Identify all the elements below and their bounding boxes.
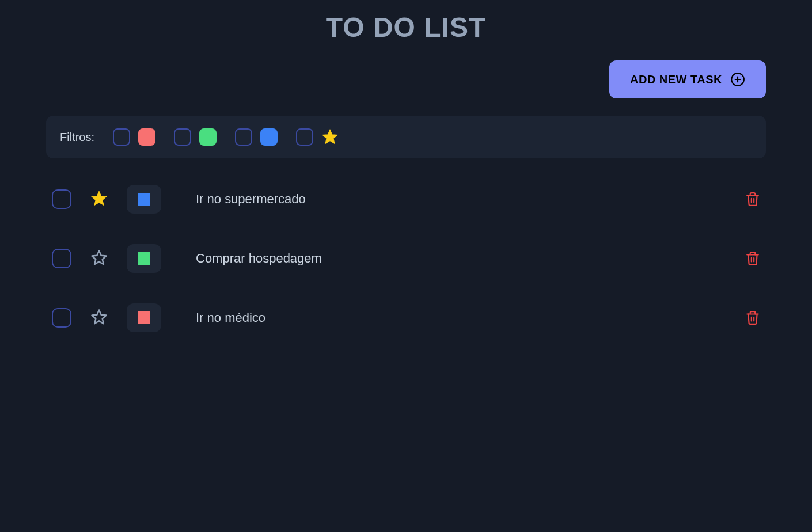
color-swatch-red-icon	[138, 128, 155, 146]
delete-task-button[interactable]	[745, 192, 760, 207]
plus-circle-icon	[730, 72, 745, 87]
task-done-checkbox[interactable]	[52, 308, 71, 328]
filter-green	[174, 128, 217, 146]
task-text: Comprar hospedagem	[196, 251, 745, 266]
color-swatch-red-icon	[138, 311, 150, 324]
actions-bar: ADD NEW TASK	[46, 60, 766, 98]
task-color-box	[127, 244, 161, 273]
filters-label: Filtros:	[60, 131, 94, 144]
task-star-button[interactable]	[90, 309, 108, 328]
task-color-box	[127, 185, 161, 214]
star-filled-icon	[90, 190, 108, 207]
task-row: Ir no supermercado	[46, 170, 766, 229]
task-done-checkbox[interactable]	[52, 249, 71, 268]
trash-icon	[745, 192, 760, 207]
filters-bar: Filtros:	[46, 116, 766, 158]
add-task-label: ADD NEW TASK	[630, 73, 722, 86]
task-list: Ir no supermercado Comprar hospedagem	[46, 170, 766, 347]
filter-green-checkbox[interactable]	[174, 128, 191, 146]
color-swatch-blue-icon	[138, 193, 150, 206]
trash-icon	[745, 251, 760, 266]
star-icon	[321, 128, 339, 146]
color-swatch-green-icon	[138, 252, 150, 265]
task-star-button[interactable]	[90, 190, 108, 209]
task-row: Ir no médico	[46, 288, 766, 347]
task-done-checkbox[interactable]	[52, 189, 71, 209]
task-row: Comprar hospedagem	[46, 229, 766, 288]
trash-icon	[745, 310, 760, 325]
filter-star-checkbox[interactable]	[296, 128, 313, 146]
task-text: Ir no médico	[196, 310, 745, 325]
star-outline-icon	[90, 249, 108, 267]
task-text: Ir no supermercado	[196, 192, 745, 207]
task-color-box	[127, 303, 161, 332]
filter-blue-checkbox[interactable]	[235, 128, 252, 146]
task-star-button[interactable]	[90, 249, 108, 268]
filter-red	[113, 128, 155, 146]
add-task-button[interactable]: ADD NEW TASK	[609, 60, 766, 98]
delete-task-button[interactable]	[745, 251, 760, 266]
filter-star	[296, 128, 339, 146]
filter-red-checkbox[interactable]	[113, 128, 130, 146]
color-swatch-blue-icon	[260, 128, 278, 146]
color-swatch-green-icon	[199, 128, 217, 146]
star-outline-icon	[90, 309, 108, 326]
delete-task-button[interactable]	[745, 310, 760, 325]
page-title: TO DO LIST	[46, 0, 766, 60]
filter-blue	[235, 128, 278, 146]
